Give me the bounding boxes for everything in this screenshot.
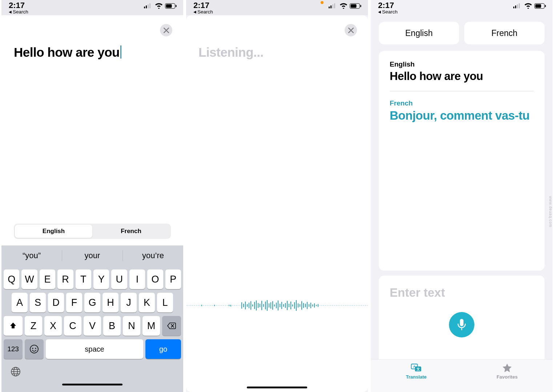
space-key[interactable]: space	[46, 339, 143, 359]
segment-french[interactable]: French	[92, 225, 170, 238]
key-q[interactable]: Q	[4, 269, 19, 289]
source-text: Hello how are you	[390, 70, 534, 83]
key-h[interactable]: H	[103, 293, 119, 312]
screen-result: 2:17 Search English French English Hello…	[369, 0, 554, 392]
key-u[interactable]: U	[111, 269, 127, 289]
key-p[interactable]: P	[165, 269, 181, 289]
close-button[interactable]	[345, 24, 357, 36]
home-indicator[interactable]	[247, 387, 307, 388]
battery-icon	[165, 3, 177, 9]
numeric-key[interactable]: 123	[4, 339, 23, 359]
target-language-pill[interactable]: French	[464, 22, 545, 44]
key-c[interactable]: C	[64, 316, 81, 336]
backspace-key[interactable]	[162, 316, 181, 336]
language-segmented[interactable]: English French	[14, 224, 171, 239]
svg-rect-26	[460, 319, 463, 326]
svg-rect-18	[360, 5, 361, 7]
listening-card: Listening...	[186, 15, 368, 392]
svg-text:文: 文	[416, 367, 420, 371]
key-o[interactable]: O	[147, 269, 163, 289]
microphone-button[interactable]	[449, 312, 474, 337]
text-entry-card[interactable]: Enter text	[379, 276, 545, 359]
status-time: 2:17	[193, 1, 213, 9]
svg-point-7	[30, 345, 38, 353]
segment-english[interactable]: English	[15, 225, 92, 238]
key-x[interactable]: X	[44, 316, 62, 336]
svg-rect-5	[166, 4, 172, 8]
svg-rect-3	[149, 3, 150, 8]
text-cursor	[120, 45, 121, 59]
key-a[interactable]: A	[12, 293, 28, 312]
key-d[interactable]: D	[48, 293, 64, 312]
screen-listening: 2:17 Search Listening...	[185, 0, 369, 392]
key-l[interactable]: L	[157, 293, 173, 312]
key-f[interactable]: F	[66, 293, 82, 312]
svg-point-9	[35, 348, 36, 349]
tab-translate[interactable]: A文 Translate	[371, 363, 462, 392]
key-e[interactable]: E	[40, 269, 55, 289]
key-j[interactable]: J	[121, 293, 137, 312]
key-r[interactable]: R	[57, 269, 73, 289]
emoji-key[interactable]	[25, 339, 44, 359]
input-card: Hello how are you English French	[1, 15, 183, 245]
key-i[interactable]: I	[129, 269, 145, 289]
back-to-search[interactable]: Search	[378, 9, 398, 15]
back-to-search[interactable]: Search	[193, 9, 213, 15]
translated-text: Bonjour, comment vas-tu	[390, 109, 534, 123]
svg-rect-2	[148, 4, 149, 8]
svg-point-8	[32, 348, 33, 349]
key-v[interactable]: V	[84, 316, 101, 336]
svg-rect-1	[146, 5, 147, 8]
key-k[interactable]: K	[139, 293, 155, 312]
svg-rect-15	[334, 3, 335, 8]
signal-icon	[329, 3, 337, 8]
key-t[interactable]: T	[76, 269, 91, 289]
svg-rect-22	[519, 3, 520, 8]
key-row-2: ASDFGHJKL	[1, 293, 183, 312]
wifi-icon	[340, 3, 348, 9]
status-bar: 2:17 Search	[186, 0, 368, 15]
svg-rect-21	[517, 4, 518, 8]
screen-text-input: 2:17 Search Hello how are you English Fr…	[0, 0, 185, 392]
key-g[interactable]: G	[84, 293, 100, 312]
shift-key[interactable]	[4, 316, 23, 336]
key-w[interactable]: W	[21, 269, 37, 289]
back-to-search[interactable]: Search	[9, 9, 28, 15]
wifi-icon	[524, 3, 532, 9]
source-language-pill[interactable]: English	[379, 22, 459, 44]
home-indicator[interactable]	[62, 384, 123, 385]
globe-icon[interactable]	[9, 365, 22, 378]
svg-rect-12	[329, 7, 330, 8]
go-key[interactable]: go	[145, 339, 181, 359]
key-s[interactable]: S	[30, 293, 46, 312]
signal-icon	[144, 3, 153, 8]
battery-icon	[350, 3, 361, 9]
suggestion-bar: “you” your you’re	[1, 245, 183, 266]
close-button[interactable]	[160, 24, 172, 36]
key-row-1: QWERTYUIOP	[1, 269, 183, 289]
svg-rect-24	[535, 4, 541, 8]
suggestion[interactable]: “you”	[1, 248, 62, 263]
svg-rect-14	[332, 4, 333, 8]
suggestion[interactable]: you’re	[123, 248, 183, 263]
svg-rect-19	[513, 7, 514, 8]
key-row-3: ZXCVBNM	[1, 316, 183, 336]
key-z[interactable]: Z	[25, 316, 42, 336]
tab-favorites[interactable]: Favorites	[462, 363, 553, 392]
key-m[interactable]: M	[142, 316, 160, 336]
key-n[interactable]: N	[123, 316, 140, 336]
suggestion[interactable]: your	[62, 248, 123, 263]
battery-icon	[534, 3, 546, 9]
language-selector: English French	[371, 15, 553, 44]
status-time: 2:17	[9, 1, 28, 9]
svg-rect-25	[545, 5, 546, 7]
svg-rect-6	[176, 5, 177, 7]
wifi-icon	[155, 3, 163, 9]
text-input[interactable]: Hello how are you	[1, 15, 183, 60]
key-y[interactable]: Y	[93, 269, 109, 289]
key-b[interactable]: B	[103, 316, 121, 336]
translation-result-card[interactable]: English Hello how are you French Bonjour…	[379, 51, 545, 271]
status-bar: 2:17 Search	[371, 0, 553, 15]
listening-label: Listening...	[186, 15, 368, 60]
svg-rect-0	[144, 7, 145, 8]
